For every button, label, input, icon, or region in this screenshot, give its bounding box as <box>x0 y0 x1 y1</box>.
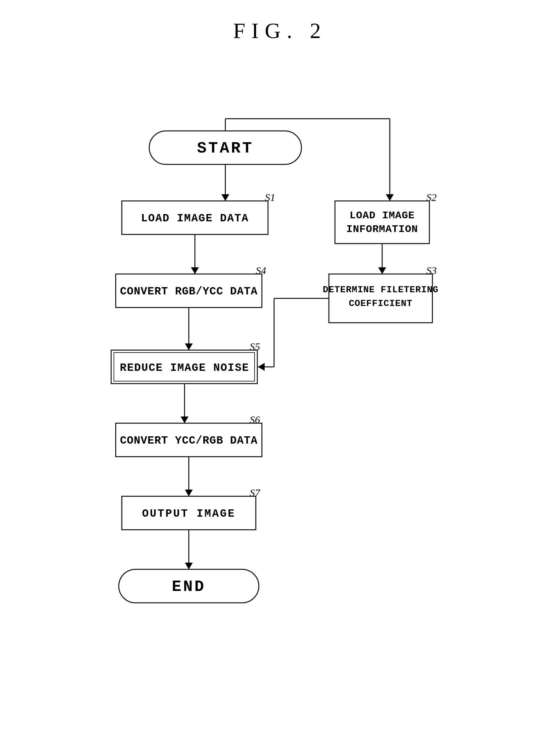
s7-label: OUTPUT IMAGE <box>142 507 235 520</box>
svg-marker-11 <box>185 344 193 350</box>
svg-marker-5 <box>386 194 394 201</box>
end-label: END <box>172 578 206 596</box>
start-label: START <box>197 140 254 157</box>
s3-label-line2: COEFFICIENT <box>349 299 412 309</box>
s2-node <box>335 201 429 244</box>
svg-marker-1 <box>221 194 229 201</box>
svg-marker-9 <box>378 267 386 274</box>
s3-label-line1: DETERMINE FILETERING <box>323 285 438 295</box>
svg-marker-17 <box>181 416 188 423</box>
svg-marker-7 <box>191 267 199 274</box>
s2-label-line2: INFORMATION <box>346 224 418 235</box>
flowchart-diagram: START S1 LOAD IMAGE DATA S2 LOAD IMAGE I… <box>0 0 560 731</box>
s4-label: CONVERT RGB/YCC DATA <box>120 285 258 298</box>
svg-marker-19 <box>185 489 193 496</box>
svg-marker-21 <box>185 563 193 569</box>
svg-marker-15 <box>258 363 265 371</box>
s6-label: CONVERT YCC/RGB DATA <box>120 434 258 447</box>
s5-label: REDUCE IMAGE NOISE <box>120 362 249 374</box>
s1-label: LOAD IMAGE DATA <box>141 212 249 225</box>
s2-label-line1: LOAD IMAGE <box>350 210 415 221</box>
